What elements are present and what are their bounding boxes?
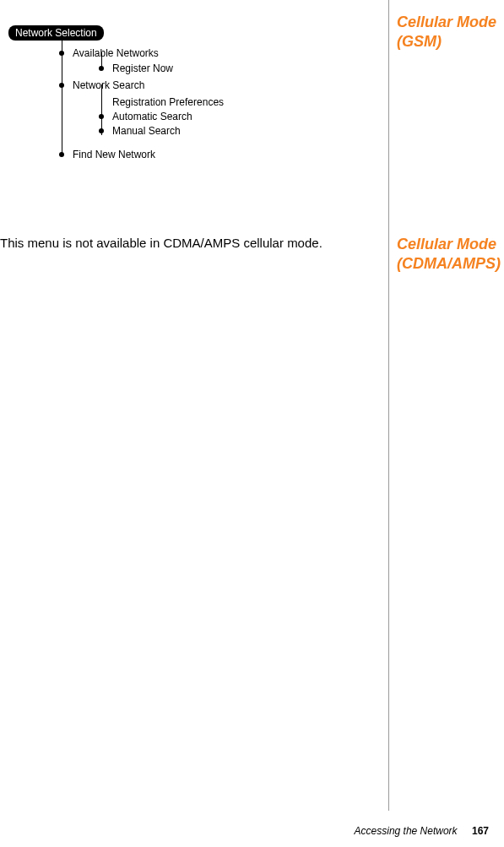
tree-node-find-new-network: Find New Network (59, 149, 155, 160)
tree-label: Available Networks (73, 47, 159, 59)
page-footer: Accessing the Network 167 (355, 825, 489, 837)
tree-label: Manual Search (112, 125, 181, 137)
bullet-icon (59, 152, 64, 157)
tree-label: Registration Preferences (112, 96, 224, 108)
tree-label: Find New Network (73, 149, 155, 160)
sidebar-heading-cdma: Cellular Mode (CDMA/AMPS) (397, 235, 504, 273)
footer-section-title: Accessing the Network (355, 825, 458, 837)
bullet-icon (99, 114, 104, 119)
tree-node-network-search: Network Search (59, 79, 144, 91)
tree-root-badge: Network Selection (8, 25, 104, 41)
tree-node-available-networks: Available Networks (59, 47, 159, 59)
bullet-icon (59, 51, 64, 56)
page: Cellular Mode (GSM) Cellular Mode (CDMA/… (0, 0, 504, 847)
tree-node-manual-search: Manual Search (99, 125, 181, 137)
sidebar-divider (388, 0, 389, 811)
tree-node-register-now: Register Now (99, 62, 173, 74)
tree-node-automatic-search: Automatic Search (99, 111, 192, 122)
tree-label: Register Now (112, 62, 173, 74)
bullet-icon (99, 128, 104, 133)
bullet-icon (99, 66, 104, 71)
body-paragraph: This menu is not available in CDMA/AMPS … (0, 235, 376, 252)
content-area: Cellular Mode (GSM) Cellular Mode (CDMA/… (0, 0, 504, 811)
tree-node-registration-preferences: Registration Preferences (99, 96, 224, 108)
tree-label: Network Search (73, 79, 144, 91)
tree-label: Automatic Search (112, 111, 192, 122)
sidebar-heading-gsm: Cellular Mode (GSM) (397, 13, 504, 51)
footer-page-number: 167 (472, 825, 489, 837)
bullet-icon (59, 83, 64, 88)
